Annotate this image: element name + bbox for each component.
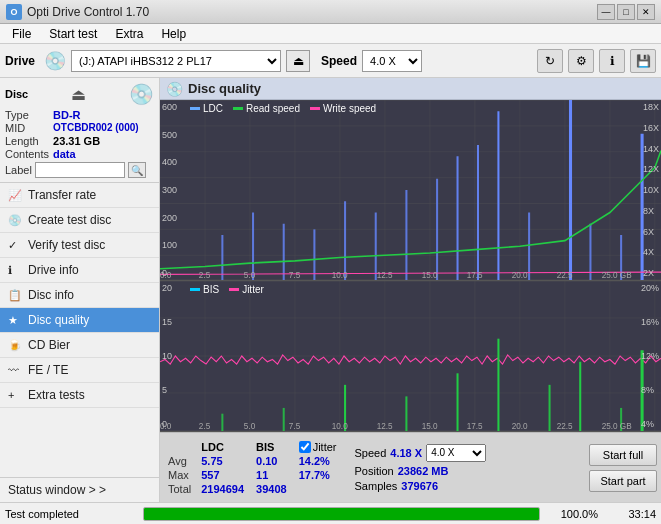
position-value: 23862 MB	[398, 465, 449, 477]
label-label: Label	[5, 164, 32, 176]
svg-rect-32	[589, 224, 591, 280]
max-bis-value: 11	[250, 468, 293, 482]
speed-row: Speed 4.18 X 4.0 X	[355, 444, 487, 462]
chart2-y-right: 20% 16% 12% 8% 4%	[641, 281, 659, 431]
svg-text:5.0: 5.0	[244, 420, 256, 431]
ldc-col-header: LDC	[195, 440, 250, 454]
svg-rect-26	[436, 179, 438, 280]
progress-percent: 100.0%	[548, 508, 598, 520]
svg-text:20.0: 20.0	[512, 420, 528, 431]
toolbar: Drive 💿 (J:) ATAPI iHBS312 2 PL17 ⏏ Spee…	[0, 44, 661, 78]
jitter-label: Jitter	[242, 284, 264, 295]
avg-ldc-value: 5.75	[195, 454, 250, 468]
sidebar-item-drive-info[interactable]: ℹ Drive info	[0, 258, 159, 283]
read-speed-label: Read speed	[246, 103, 300, 114]
svg-rect-67	[497, 339, 499, 431]
svg-rect-30	[528, 213, 530, 281]
read-speed-dot	[233, 107, 243, 110]
drive-select[interactable]: (J:) ATAPI iHBS312 2 PL17	[71, 50, 281, 72]
main-layout: Disc ⏏ 💿 Type BD-R MID OTCBDR002 (000) L…	[0, 78, 661, 502]
disc-quality-header-icon: 💿	[166, 81, 183, 97]
status-text: Test completed	[5, 508, 135, 520]
svg-rect-65	[405, 396, 407, 431]
status-window-button[interactable]: Status window > >	[0, 477, 159, 502]
speed-label: Speed	[321, 54, 357, 68]
max-jitter-value: 17.7%	[293, 468, 343, 482]
main-content: 💿 Disc quality LDC Read speed Write spee…	[160, 78, 661, 502]
speed-row-select[interactable]: 4.0 X	[426, 444, 486, 462]
drive-info-icon: ℹ	[8, 264, 22, 277]
svg-text:15.0: 15.0	[422, 420, 438, 431]
maximize-button[interactable]: □	[617, 4, 635, 20]
svg-text:7.5: 7.5	[289, 269, 301, 279]
menu-file[interactable]: File	[4, 26, 39, 42]
sidebar-item-extra-tests[interactable]: + Extra tests	[0, 383, 159, 408]
svg-text:12.5: 12.5	[377, 269, 393, 279]
legend-bis: BIS	[190, 284, 219, 295]
sidebar-item-disc-info[interactable]: 📋 Disc info	[0, 283, 159, 308]
chart1-y-right: 18X 16X 14X 12X 10X 8X 6X 4X 2X	[643, 100, 659, 280]
samples-row: Samples 379676	[355, 480, 487, 492]
disc-eject-icon[interactable]: ⏏	[71, 85, 86, 104]
jitter-checkbox[interactable]	[299, 441, 311, 453]
menu-help[interactable]: Help	[153, 26, 194, 42]
svg-rect-19	[221, 235, 223, 280]
chart-bis: BIS Jitter 20 15 10 5 0 20% 16% 12% 8	[160, 281, 661, 432]
nav-items: 📈 Transfer rate 💿 Create test disc ✓ Ver…	[0, 183, 159, 408]
length-label: Length	[5, 135, 49, 147]
label-row: Label 🔍	[5, 162, 154, 178]
settings-button[interactable]: ⚙	[568, 49, 594, 73]
stats-table: LDC BIS Jitter Avg 5.75 0.10 14.2%	[164, 440, 343, 496]
close-button[interactable]: ✕	[637, 4, 655, 20]
label-input[interactable]	[35, 162, 125, 178]
chart1-svg: 0.0 2.5 5.0 7.5 10.0 12.5 15.0 17.5 20.0…	[160, 100, 661, 280]
svg-text:17.5: 17.5	[467, 269, 483, 279]
disc-quality-icon: ★	[8, 314, 22, 327]
legend-write-speed: Write speed	[310, 103, 376, 114]
transfer-rate-icon: 📈	[8, 189, 22, 202]
sidebar-item-cd-bier[interactable]: 🍺 CD Bier	[0, 333, 159, 358]
svg-text:17.5: 17.5	[467, 420, 483, 431]
refresh-button[interactable]: ↻	[537, 49, 563, 73]
sidebar-item-create-test-disc[interactable]: 💿 Create test disc	[0, 208, 159, 233]
menu-extra[interactable]: Extra	[107, 26, 151, 42]
title-bar-left: O Opti Drive Control 1.70	[6, 4, 149, 20]
fe-te-icon: 〰	[8, 364, 22, 376]
chart1-y-left: 600 500 400 300 200 100 0	[162, 100, 177, 280]
label-search-button[interactable]: 🔍	[128, 162, 146, 178]
svg-text:10.0: 10.0	[332, 269, 348, 279]
speed-select[interactable]: 4.0 X	[362, 50, 422, 72]
drive-info-label: Drive info	[28, 263, 79, 277]
chart2-y-left: 20 15 10 5 0	[162, 281, 172, 431]
verify-test-disc-icon: ✓	[8, 239, 22, 252]
svg-rect-28	[477, 145, 479, 280]
info-button[interactable]: ℹ	[599, 49, 625, 73]
ldc-dot	[190, 107, 200, 110]
menu-start-test[interactable]: Start test	[41, 26, 105, 42]
save-button[interactable]: 💾	[630, 49, 656, 73]
start-part-button[interactable]: Start part	[589, 470, 657, 492]
app-icon: O	[6, 4, 22, 20]
sidebar-item-verify-test-disc[interactable]: ✓ Verify test disc	[0, 233, 159, 258]
disc-quality-label: Disc quality	[28, 313, 89, 327]
jitter-dot	[229, 288, 239, 291]
stats-area: LDC BIS Jitter Avg 5.75 0.10 14.2%	[160, 432, 661, 502]
start-full-button[interactable]: Start full	[589, 444, 657, 466]
title-bar: O Opti Drive Control 1.70 — □ ✕	[0, 0, 661, 24]
disc-panel: Disc ⏏ 💿 Type BD-R MID OTCBDR002 (000) L…	[0, 78, 159, 183]
legend-ldc: LDC	[190, 103, 223, 114]
drive-icon: 💿	[44, 50, 66, 72]
sidebar-item-fe-te[interactable]: 〰 FE / TE	[0, 358, 159, 383]
speed-row-value: 4.18 X	[390, 447, 422, 459]
disc-info-icon: 📋	[8, 289, 22, 302]
total-ldc-value: 2194694	[195, 482, 250, 496]
sidebar-item-transfer-rate[interactable]: 📈 Transfer rate	[0, 183, 159, 208]
window-controls: — □ ✕	[597, 4, 655, 20]
chart-ldc: LDC Read speed Write speed 600 500 400 3…	[160, 100, 661, 281]
svg-rect-23	[344, 201, 346, 280]
svg-rect-62	[221, 414, 223, 431]
sidebar-item-disc-quality[interactable]: ★ Disc quality	[0, 308, 159, 333]
minimize-button[interactable]: —	[597, 4, 615, 20]
svg-rect-66	[457, 373, 459, 431]
eject-button[interactable]: ⏏	[286, 50, 310, 72]
